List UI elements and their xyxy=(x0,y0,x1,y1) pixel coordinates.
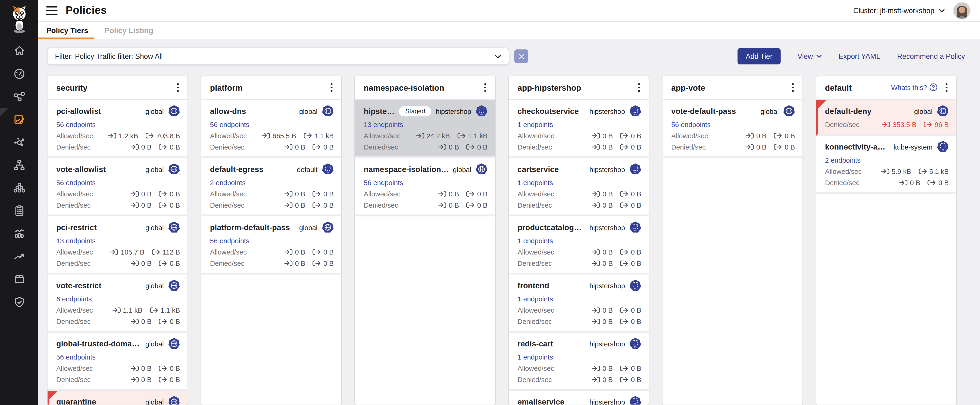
sidebar-item-network-flow[interactable] xyxy=(0,85,38,108)
policy-card[interactable]: redis-cart hipstershop ns 1 endpoints Al… xyxy=(509,333,649,391)
ingress-arrow-icon xyxy=(108,133,116,139)
endpoints-link[interactable]: 1 endpoints xyxy=(517,121,641,128)
policy-card[interactable]: pci-allowlist global 56 endpoints Allowe… xyxy=(48,100,188,158)
endpoints-link[interactable]: 56 endpoints xyxy=(210,237,334,244)
ingress-value: 0 B xyxy=(131,201,151,209)
global-scope-badge xyxy=(168,105,180,117)
policy-card[interactable]: emailservice hipstershop ns 1 endpoints … xyxy=(509,391,649,405)
ingress-bytes: 0 B xyxy=(295,190,305,198)
egress-bytes: 0 B xyxy=(631,143,641,151)
policy-card[interactable]: vote-allowlist global 56 endpoints Allow… xyxy=(48,158,188,216)
endpoints-link[interactable]: 56 endpoints xyxy=(56,354,180,361)
user-avatar[interactable] xyxy=(954,3,970,19)
namespace-icon: ns xyxy=(629,338,641,350)
policy-card[interactable]: default-egress default ns 2 endpoints Al… xyxy=(201,158,341,216)
ingress-bytes: 0 B xyxy=(141,318,151,325)
export-yaml-button[interactable]: Export YAML xyxy=(838,53,880,60)
policy-card[interactable]: frontend hipstershop ns 1 endpoints Allo… xyxy=(509,274,649,333)
tier-menu-button[interactable] xyxy=(482,81,489,94)
policy-tier-column: app-vote vote-default-pass global xyxy=(662,76,803,405)
tab-policy-listing[interactable]: Policy Listing xyxy=(105,22,153,39)
add-tier-button[interactable]: Add Tier xyxy=(738,48,781,64)
sidebar-item-service-graph[interactable] xyxy=(0,131,38,153)
tier-menu-button[interactable] xyxy=(328,81,335,94)
sidebar-item-metrics[interactable] xyxy=(0,222,38,245)
policy-card[interactable]: namespace-isolation-default-p… global 56… xyxy=(355,158,495,216)
endpoints-link[interactable]: 1 endpoints xyxy=(517,354,641,361)
endpoints-link[interactable]: 13 endpoints xyxy=(364,121,487,128)
endpoints-link[interactable]: 56 endpoints xyxy=(56,121,180,128)
menu-icon[interactable] xyxy=(46,6,57,15)
tier-cards: hipstershop-gh… Staged hipstershop ns 13… xyxy=(355,100,495,405)
egress-bytes: 1.1 kB xyxy=(468,132,487,139)
namespace-icon: ns xyxy=(629,396,641,405)
tab-policy-tiers[interactable]: Policy Tiers xyxy=(46,22,88,39)
sidebar-item-home[interactable] xyxy=(0,39,38,62)
traffic-stat-row: Allowed/sec 0 B 0 B xyxy=(517,132,641,139)
tier-menu-button[interactable] xyxy=(175,81,181,94)
namespace-icon: ns xyxy=(937,140,949,153)
policy-card[interactable]: vote-restrict global 6 endpoints Allowed… xyxy=(48,274,188,333)
endpoints-link[interactable]: 56 endpoints xyxy=(364,179,487,187)
sidebar-item-policies[interactable] xyxy=(0,108,38,131)
sidebar-item-dashboard[interactable] xyxy=(0,62,38,85)
recommend-policy-button[interactable]: Recommend a Policy xyxy=(897,53,965,60)
sidebar-item-reports[interactable] xyxy=(0,199,38,222)
policy-card[interactable]: global-trusted-domains global 56 endpoin… xyxy=(48,333,188,391)
ingress-value: 0 B xyxy=(592,190,613,198)
policy-card[interactable]: allow-dns global 56 endpoints Allowed/se… xyxy=(201,100,341,158)
sidebar-item-packages[interactable] xyxy=(0,268,38,290)
policy-name: productcatalogservice xyxy=(517,223,585,231)
stat-label: Allowed/sec xyxy=(56,306,93,314)
tier-menu-button[interactable] xyxy=(789,81,796,94)
tier-menu-button[interactable] xyxy=(636,81,643,94)
policy-card[interactable]: platform-default-pass global 56 endpoint… xyxy=(201,216,341,274)
policy-card[interactable]: checkoutservice hipstershop ns 1 endpoin… xyxy=(509,100,649,158)
endpoints-link[interactable]: 13 endpoints xyxy=(56,237,180,244)
sidebar-item-security[interactable] xyxy=(0,290,38,313)
endpoints-link[interactable]: 6 endpoints xyxy=(56,295,180,303)
policy-card[interactable]: default-deny global Denied/sec xyxy=(816,100,956,136)
sidebar-item-clusters[interactable] xyxy=(0,176,38,199)
endpoints-link[interactable]: 2 endpoints xyxy=(825,156,948,164)
endpoints-link[interactable]: 56 endpoints xyxy=(56,179,180,187)
cluster-label: Cluster: jlt-msft-workshop xyxy=(853,7,934,14)
policy-card[interactable]: quarantine global 0 endpoints xyxy=(48,391,188,405)
ingress-arrow-icon xyxy=(131,260,139,266)
sidebar-item-trends[interactable] xyxy=(0,245,38,268)
ingress-arrow-icon xyxy=(899,180,908,186)
traffic-stat-row: Denied/sec 353.5 B 96 B xyxy=(825,121,948,128)
filter-clear-button[interactable] xyxy=(514,49,528,63)
traffic-filter-select[interactable]: Filter: Policy Traffic filter: Show All xyxy=(47,48,509,65)
endpoints-link[interactable]: 56 endpoints xyxy=(671,121,795,128)
board-area: Filter: Policy Traffic filter: Show All … xyxy=(38,39,980,405)
policy-card[interactable]: hipstershop-gh… Staged hipstershop ns 13… xyxy=(355,100,495,158)
dashboard-gauge-icon xyxy=(13,67,25,80)
cluster-selector[interactable]: Cluster: jlt-msft-workshop xyxy=(853,7,945,14)
policy-card[interactable]: productcatalogservice hipstershop ns 1 e… xyxy=(509,216,649,274)
egress-value: 1.1 kB xyxy=(457,132,488,139)
endpoints-link[interactable]: 1 endpoints xyxy=(517,295,641,303)
sidebar-item-topology[interactable] xyxy=(0,153,38,176)
policy-card[interactable]: pci-restrict global 13 endpoints Allowed… xyxy=(48,216,188,274)
egress-bytes: 0 B xyxy=(631,132,641,139)
policy-card[interactable]: vote-default-pass global 56 endpoints Al… xyxy=(662,100,802,158)
globe-icon xyxy=(168,105,180,117)
endpoints-link[interactable]: 56 endpoints xyxy=(210,121,334,128)
calico-cat-logo[interactable] xyxy=(8,3,30,34)
global-scope-badge xyxy=(322,222,334,233)
whats-this-link[interactable]: Whats this? xyxy=(891,83,938,92)
egress-value: 0 B xyxy=(620,143,641,151)
egress-bytes: 0 B xyxy=(631,306,641,314)
policy-name: redis-cart xyxy=(517,340,553,348)
view-dropdown[interactable]: View xyxy=(797,53,822,60)
ingress-value: 0 B xyxy=(131,318,151,325)
endpoints-link[interactable]: 2 endpoints xyxy=(210,179,334,187)
tier-menu-button[interactable] xyxy=(943,81,950,94)
ingress-value: 0 B xyxy=(284,143,305,151)
endpoints-link[interactable]: 1 endpoints xyxy=(517,237,641,244)
endpoints-link[interactable]: 1 endpoints xyxy=(517,179,641,187)
policy-card[interactable]: konnectivity-agent kube-system ns 2 endp… xyxy=(816,136,956,194)
policy-card[interactable]: cartservice hipstershop ns 1 endpoints A… xyxy=(509,158,649,216)
egress-bytes: 0 B xyxy=(170,318,180,325)
